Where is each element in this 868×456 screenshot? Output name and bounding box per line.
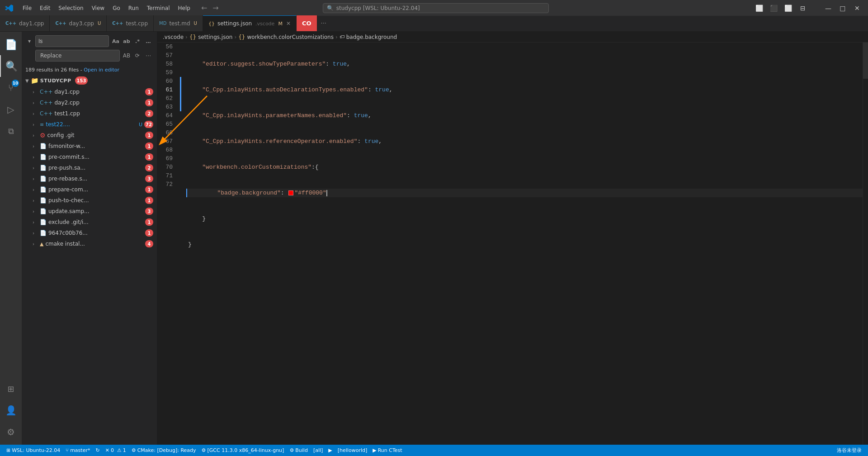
activity-search[interactable]: 🔍	[0, 55, 22, 77]
cmake-icon: ▲	[40, 241, 43, 247]
nav-back[interactable]: ←	[201, 4, 207, 12]
replace-action-btn[interactable]: AB	[122, 51, 132, 61]
statusbar-wsl[interactable]: ⊞ WSL: Ubuntu-22.04	[4, 445, 63, 456]
tree-item-preparecom[interactable]: › 📄 prepare-com... 1	[22, 184, 157, 195]
warning-count: 1	[123, 447, 126, 453]
tab-day1[interactable]: C++ day1.cpp	[0, 15, 50, 31]
statusbar-cmake[interactable]: ⚙ CMake: [Debug]: Ready	[129, 445, 199, 456]
code-content[interactable]: "editor.suggest.showTypeParameters": tru…	[183, 43, 863, 445]
breadcrumb-badge-bg[interactable]: badge.background	[346, 34, 397, 40]
statusbar-sync[interactable]: ↻	[93, 445, 102, 456]
minimize-btn[interactable]: —	[822, 2, 835, 14]
tree-item-precommit[interactable]: › 📄 pre-commit.s... 1	[22, 152, 157, 162]
tree-item-day1[interactable]: › C++ day1.cpp 1	[22, 86, 157, 97]
tab-day3[interactable]: C++ day3.cpp U	[50, 15, 107, 31]
cpp-icon-day1: C++	[40, 89, 53, 95]
search-input[interactable]	[38, 38, 106, 44]
activity-explorer[interactable]: 📄	[0, 33, 22, 55]
customize-layout-btn[interactable]: ⊟	[797, 2, 809, 14]
tabs-more-button[interactable]: ···	[317, 15, 330, 31]
code-editor[interactable]: 56 57 58 59 60 61 62 63 64 65 66 67 68 6…	[157, 43, 868, 445]
statusbar-build[interactable]: ⚙ Build	[287, 445, 311, 456]
minimap-thumb[interactable]	[863, 43, 868, 79]
regex-btn[interactable]: .*	[132, 36, 142, 46]
global-search-bar[interactable]: 🔍 studycpp [WSL: Ubuntu-22.04]	[323, 3, 549, 13]
statusbar-branch[interactable]: ⑂ master*	[63, 445, 93, 456]
statusbar-run-btn[interactable]: ▶	[326, 445, 335, 456]
menu-file[interactable]: File	[19, 4, 35, 13]
activity-account[interactable]: 👤	[0, 399, 22, 421]
minimap[interactable]	[863, 43, 868, 445]
day1-badge: 1	[145, 88, 153, 95]
search-activity-icon: 🔍	[5, 61, 18, 72]
maximize-btn[interactable]: □	[836, 2, 849, 14]
menu-selection[interactable]: Selection	[55, 4, 87, 13]
menu-edit[interactable]: Edit	[36, 4, 54, 13]
main-layout: 📄 🔍 ⑂ 10 ▷ ⧉ ⊞ 👤 ⚙ ▾	[0, 32, 868, 445]
tree-item-config[interactable]: › ⚙ config .git 1	[22, 130, 157, 141]
tree-root-studycpp[interactable]: ▼ 📁 studycpp 153	[22, 75, 157, 86]
breadcrumb-settings[interactable]: settings.json	[198, 34, 232, 40]
code-line-69	[186, 395, 863, 404]
statusbar-errors[interactable]: ✕ 0 ⚠ 1	[103, 445, 129, 456]
activity-extensions[interactable]: ⧉	[0, 120, 22, 142]
toggle-panel-btn[interactable]: ⬛	[768, 2, 780, 14]
tree-item-fsmonitor[interactable]: › 📄 fsmonitor-w... 1	[22, 141, 157, 152]
test22-badge: 72	[144, 121, 153, 128]
tree-item-test22[interactable]: › ≡ test22.... U 72	[22, 119, 157, 130]
toggle-sidebar-btn[interactable]: ⬜	[753, 2, 766, 14]
linenum-61: 61	[157, 86, 176, 94]
breadcrumb-vscode[interactable]: .vscode	[163, 34, 184, 40]
tree-item-prepush[interactable]: › 📄 pre-push.sa... 2	[22, 162, 157, 173]
search-settings-btn[interactable]: ⋯	[143, 51, 153, 61]
collapse-toggle[interactable]: ▾	[25, 37, 33, 45]
menu-help[interactable]: Help	[175, 4, 194, 13]
cmake-label: cmake instal...	[45, 241, 143, 247]
menu-go[interactable]: Go	[109, 4, 124, 13]
search-input-wrap[interactable]	[35, 35, 109, 47]
statusbar-gcc[interactable]: ⚙ [GCC 11.3.0 x86_64-linux-gnu]	[199, 445, 287, 456]
statusbar-helloworld[interactable]: [helloworld]	[335, 445, 370, 456]
toggle-secondary-btn[interactable]: ⬜	[782, 2, 795, 14]
linenum-65: 65	[157, 120, 176, 128]
close-btn[interactable]: ✕	[851, 2, 863, 14]
activity-settings[interactable]: ⚙	[0, 421, 22, 443]
nav-forward[interactable]: →	[212, 4, 218, 12]
tab-json-icon: {}	[208, 21, 215, 27]
replace-input-wrap[interactable]: Replace	[35, 50, 120, 62]
match-case-btn[interactable]: Aa	[111, 36, 121, 46]
breadcrumb-customizations[interactable]: workbench.colorCustomizations	[247, 34, 334, 40]
run-btn-icon: ▶	[328, 447, 332, 453]
menu-view[interactable]: View	[88, 4, 108, 13]
tree-item-cmake[interactable]: › ▲ cmake instal... 4	[22, 238, 157, 249]
tab-day3-modified: U	[98, 21, 101, 26]
tree-item-updatesamp[interactable]: › 📄 update.samp... 3	[22, 206, 157, 217]
activity-source-control[interactable]: ⑂ 10	[0, 77, 22, 99]
exclude-label: exclude .git/i...	[48, 219, 143, 225]
tree-item-exclude[interactable]: › 📄 exclude .git/i... 1	[22, 217, 157, 228]
linenum-66: 66	[157, 128, 176, 137]
search-more-btn[interactable]: …	[143, 36, 153, 46]
menu-run[interactable]: Run	[125, 4, 142, 13]
statusbar-ctest[interactable]: ▶ Run CTest	[370, 445, 405, 456]
whole-word-btn[interactable]: ab	[122, 36, 132, 46]
activity-run[interactable]: ▷	[0, 99, 22, 120]
activity-remote[interactable]: ⊞	[0, 378, 22, 399]
tab-close-settings[interactable]: ✕	[286, 20, 291, 27]
tree-item-prerebase[interactable]: › 📄 pre-rebase.s... 3	[22, 173, 157, 184]
statusbar-all[interactable]: [all]	[311, 445, 326, 456]
tree-item-pushtocheck[interactable]: › 📄 push-to-chec... 1	[22, 195, 157, 206]
tab-test[interactable]: C++ test.cpp	[107, 15, 154, 31]
tree-item-test1[interactable]: › C++ test1.cpp 2	[22, 108, 157, 119]
tab-settings-json[interactable]: {} settings.json .vscode M ✕	[203, 15, 297, 31]
tab-co[interactable]: CO	[297, 15, 317, 31]
statusbar-login[interactable]: 洛谷未登录	[834, 445, 864, 456]
build-label: Build	[295, 447, 308, 453]
replace-all-btn[interactable]: ⟳	[132, 51, 142, 61]
tab-testmd[interactable]: MD test.md U	[154, 15, 203, 31]
tree-item-day2[interactable]: › C++ day2.cpp 1	[22, 97, 157, 108]
pushtocheck-label: push-to-chec...	[48, 197, 143, 204]
menu-terminal[interactable]: Terminal	[143, 4, 174, 13]
open-in-editor-link[interactable]: Open in editor	[84, 67, 119, 73]
tree-item-9647[interactable]: › 📄 9647c00b76... 1	[22, 228, 157, 238]
